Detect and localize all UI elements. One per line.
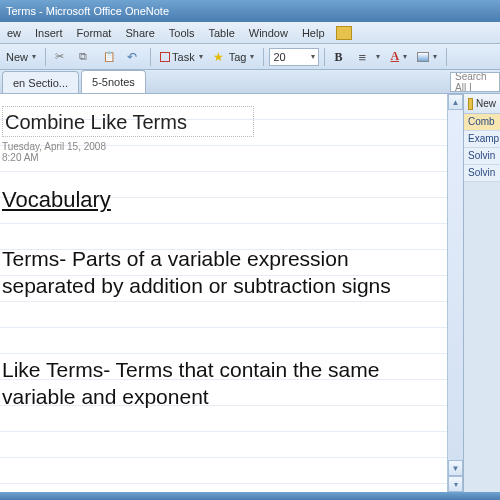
vertical-scrollbar[interactable]: ▲ ▼ ▾ [447, 94, 463, 492]
new-button[interactable]: New [2, 49, 40, 65]
bold-icon [334, 50, 348, 64]
paragraph-like-terms[interactable]: Like Terms- Terms that contain the same … [2, 356, 441, 411]
new-page-button[interactable]: New [464, 94, 500, 114]
menu-format[interactable]: Format [70, 22, 119, 44]
page-content[interactable]: Vocabulary Terms- Parts of a variable ex… [2, 187, 441, 410]
scissors-icon [55, 50, 69, 64]
title-bar: Terms - Microsoft Office OneNote [0, 0, 500, 22]
tab-section[interactable]: en Sectio... [2, 71, 79, 93]
page-title[interactable]: Combine Like Terms [5, 111, 245, 134]
menu-window[interactable]: Window [242, 22, 295, 44]
bold-button[interactable] [330, 48, 352, 66]
page-tabs-panel: New Comb Examp Solvin Solvin [463, 94, 500, 492]
status-bar [0, 492, 500, 500]
title-container[interactable]: Combine Like Terms [2, 106, 254, 137]
page-date: Tuesday, April 15, 2008 [2, 141, 441, 152]
menu-new[interactable]: ew [0, 22, 28, 44]
note-icon[interactable] [336, 26, 352, 40]
menu-tools[interactable]: Tools [162, 22, 202, 44]
section-tabs: en Sectio... 5-5notes Search All I [0, 70, 500, 94]
list-button[interactable] [354, 48, 384, 66]
toolbar: New Task Tag 20▾ A [0, 44, 500, 70]
copy-button[interactable] [75, 48, 97, 66]
list-icon [358, 50, 372, 64]
star-icon [213, 50, 227, 64]
page-tab-solving2[interactable]: Solvin [464, 165, 500, 182]
scroll-down-button[interactable]: ▼ [448, 460, 463, 476]
page-tab-combine[interactable]: Comb [464, 114, 500, 131]
paste-button[interactable] [99, 48, 121, 66]
window-title: Terms - Microsoft Office OneNote [6, 5, 169, 17]
tab-active-section[interactable]: 5-5notes [81, 70, 146, 93]
task-button[interactable]: Task [156, 49, 207, 65]
workspace: Combine Like Terms Tuesday, April 15, 20… [0, 94, 463, 492]
page-tab-example[interactable]: Examp [464, 131, 500, 148]
menu-bar: ew Insert Format Share Tools Table Windo… [0, 22, 500, 44]
font-size-input[interactable]: 20▾ [269, 48, 319, 66]
menu-insert[interactable]: Insert [28, 22, 70, 44]
undo-icon [127, 50, 141, 64]
menu-share[interactable]: Share [118, 22, 161, 44]
cut-button[interactable] [51, 48, 73, 66]
copy-icon [79, 50, 93, 64]
undo-button[interactable] [123, 48, 145, 66]
highlight-icon [417, 52, 429, 62]
note-page[interactable]: Combine Like Terms Tuesday, April 15, 20… [0, 94, 447, 492]
paste-icon [103, 50, 117, 64]
paragraph-terms[interactable]: Terms- Parts of a variable expression se… [2, 245, 441, 300]
heading-vocabulary[interactable]: Vocabulary [2, 187, 441, 213]
task-icon [160, 52, 170, 62]
page-time: 8:20 AM [2, 152, 441, 163]
menu-table[interactable]: Table [201, 22, 241, 44]
highlight-button[interactable] [413, 50, 441, 64]
scroll-next-button[interactable]: ▾ [448, 476, 463, 492]
tag-button[interactable]: Tag [209, 48, 259, 66]
font-color-icon: A [390, 49, 399, 64]
page-tab-solving1[interactable]: Solvin [464, 148, 500, 165]
search-input[interactable]: Search All I [450, 72, 500, 92]
scroll-up-button[interactable]: ▲ [448, 94, 463, 110]
menu-help[interactable]: Help [295, 22, 332, 44]
font-color-button[interactable]: A [386, 47, 411, 66]
